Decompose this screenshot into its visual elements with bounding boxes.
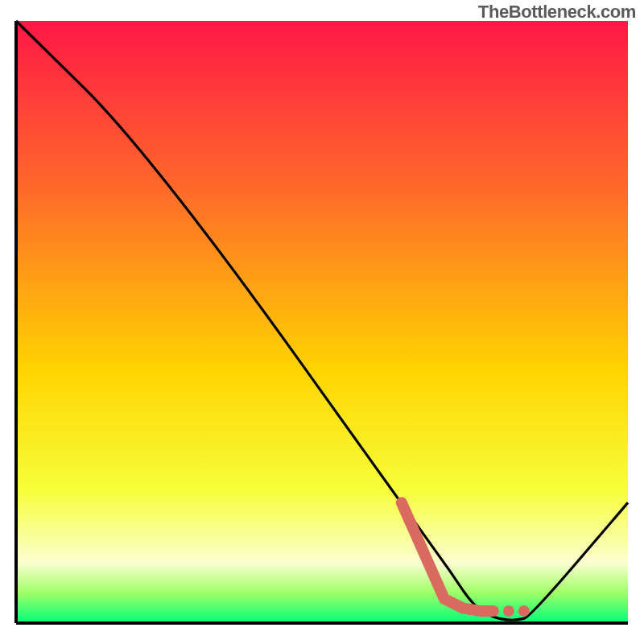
highlight-dot: [518, 605, 530, 617]
chart-container: TheBottleneck.com: [0, 0, 644, 644]
watermark-text: TheBottleneck.com: [478, 2, 636, 23]
bottleneck-plot: [0, 0, 644, 644]
highlight-dot: [503, 605, 514, 617]
